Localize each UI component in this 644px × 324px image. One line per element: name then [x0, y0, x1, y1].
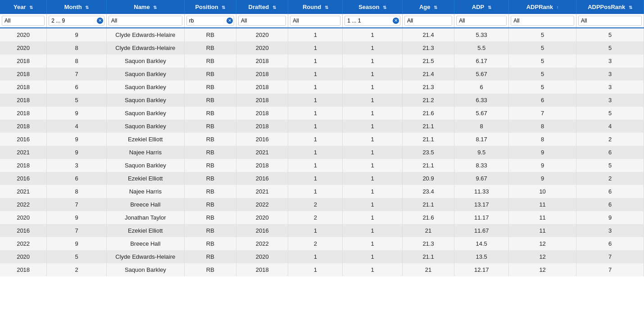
cell-season: 1 — [343, 250, 403, 263]
cell-season: 1 — [343, 237, 403, 250]
cell-name: Saquon Barkley — [106, 81, 184, 94]
cell-adp: 13.5 — [454, 250, 509, 263]
filter-input-round[interactable] — [290, 16, 340, 26]
filter-input-season[interactable] — [345, 16, 400, 26]
main-table-container: Year ⇅Month ⇅Name ⇅Position ⇅Drafted ⇅Ro… — [0, 0, 644, 276]
filter-clear-season[interactable]: ✕ — [393, 18, 399, 24]
cell-adp: 9.5 — [454, 146, 509, 159]
filter-input-adpposrank[interactable] — [578, 16, 642, 26]
cell-drafted: 2018 — [236, 54, 288, 68]
cell-adpposrank: 6 — [576, 146, 644, 159]
filter-cell-position: ✕ — [184, 14, 236, 28]
cell-position: RB — [184, 198, 236, 211]
cell-year: 2018 — [0, 263, 47, 276]
cell-drafted: 2022 — [236, 237, 288, 250]
cell-month: 6 — [47, 81, 107, 94]
header-position[interactable]: Position ⇅ — [184, 0, 236, 14]
cell-drafted: 2016 — [236, 133, 288, 146]
cell-name: Saquon Barkley — [106, 120, 184, 133]
filter-with-clear-season: ✕ — [345, 16, 400, 26]
cell-season: 1 — [343, 120, 403, 133]
filter-clear-position[interactable]: ✕ — [227, 18, 233, 24]
filter-input-age[interactable] — [404, 16, 452, 26]
cell-adpposrank: 3 — [576, 81, 644, 94]
cell-round: 1 — [288, 159, 343, 172]
cell-round: 2 — [288, 198, 343, 211]
filter-cell-season: ✕ — [343, 14, 403, 28]
header-age[interactable]: Age ⇅ — [402, 0, 454, 14]
header-adp[interactable]: ADP ⇅ — [454, 0, 509, 14]
cell-name: Ezekiel Elliott — [106, 224, 184, 237]
header-label: Name — [134, 4, 150, 10]
cell-adp: 6 — [454, 81, 509, 94]
cell-position: RB — [184, 28, 236, 41]
table-row: 20209Clyde Edwards-HelaireRB20201121.45.… — [0, 28, 644, 41]
cell-adp: 8 — [454, 120, 509, 133]
cell-age: 21.3 — [402, 237, 454, 250]
cell-age: 21.3 — [402, 41, 454, 54]
cell-round: 1 — [288, 224, 343, 237]
cell-year: 2020 — [0, 211, 47, 224]
cell-year: 2018 — [0, 68, 47, 81]
cell-position: RB — [184, 94, 236, 107]
cell-month: 7 — [47, 68, 107, 81]
header-month[interactable]: Month ⇅ — [47, 0, 107, 14]
cell-year: 2018 — [0, 81, 47, 94]
cell-year: 2018 — [0, 54, 47, 68]
cell-age: 21.1 — [402, 250, 454, 263]
cell-month: 3 — [47, 159, 107, 172]
cell-drafted: 2018 — [236, 107, 288, 120]
cell-position: RB — [184, 133, 236, 146]
header-adprank[interactable]: ADPRank ↑ — [509, 0, 576, 14]
cell-name: Breece Hall — [106, 237, 184, 250]
header-label: ADPPosRank — [588, 4, 625, 10]
filter-input-adprank[interactable] — [511, 16, 574, 26]
cell-year: 2020 — [0, 41, 47, 54]
cell-age: 21.4 — [402, 68, 454, 81]
cell-season: 1 — [343, 81, 403, 94]
filter-input-drafted[interactable] — [238, 16, 286, 26]
cell-year: 2018 — [0, 120, 47, 133]
cell-position: RB — [184, 81, 236, 94]
header-season[interactable]: Season ⇅ — [343, 0, 403, 14]
header-name[interactable]: Name ⇅ — [106, 0, 184, 14]
cell-position: RB — [184, 237, 236, 250]
sort-icon: ⇅ — [325, 5, 328, 10]
table-row: 20183Saquon BarkleyRB20181121.18.3395 — [0, 159, 644, 172]
table-row: 20209Jonathan TaylorRB20202121.611.17119 — [0, 211, 644, 224]
header-round[interactable]: Round ⇅ — [288, 0, 343, 14]
sort-icon: ⇅ — [85, 5, 89, 10]
cell-name: Saquon Barkley — [106, 54, 184, 68]
sort-icon: ⇅ — [29, 5, 33, 10]
cell-adprank: 5 — [509, 41, 576, 54]
header-drafted[interactable]: Drafted ⇅ — [236, 0, 288, 14]
filter-clear-month[interactable]: ✕ — [97, 18, 103, 24]
cell-adp: 5.67 — [454, 107, 509, 120]
filter-input-name[interactable] — [109, 16, 182, 26]
filter-input-adp[interactable] — [456, 16, 507, 26]
cell-position: RB — [184, 41, 236, 54]
cell-adp: 9.67 — [454, 172, 509, 185]
cell-age: 21.2 — [402, 94, 454, 107]
cell-age: 21.1 — [402, 159, 454, 172]
cell-adpposrank: 7 — [576, 263, 644, 276]
cell-position: RB — [184, 185, 236, 198]
header-adpposrank[interactable]: ADPPosRank ⇅ — [576, 0, 644, 14]
cell-adpposrank: 3 — [576, 224, 644, 237]
cell-name: Clyde Edwards-Helaire — [106, 28, 184, 41]
cell-position: RB — [184, 68, 236, 81]
filter-input-year[interactable] — [2, 16, 45, 26]
cell-adpposrank: 5 — [576, 159, 644, 172]
cell-adp: 14.5 — [454, 237, 509, 250]
sort-icon: ⇅ — [383, 5, 386, 10]
filter-input-month[interactable] — [49, 16, 104, 26]
cell-month: 9 — [47, 133, 107, 146]
filter-cell-year — [0, 14, 47, 28]
cell-adprank: 12 — [509, 237, 576, 250]
header-year[interactable]: Year ⇅ — [0, 0, 47, 14]
cell-drafted: 2016 — [236, 224, 288, 237]
cell-round: 1 — [288, 250, 343, 263]
cell-year: 2016 — [0, 172, 47, 185]
cell-month: 7 — [47, 198, 107, 211]
cell-drafted: 2020 — [236, 250, 288, 263]
